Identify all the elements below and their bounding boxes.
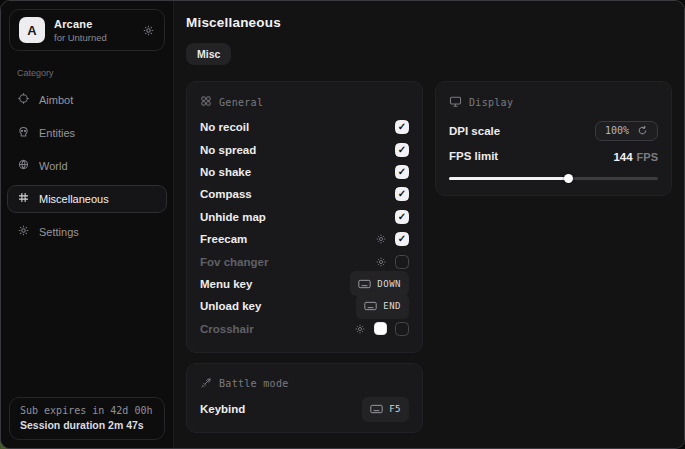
keyboard-icon [364,297,377,315]
main-content: Miscellaneous Misc General No recoil [174,1,684,448]
sidebar-item-entities[interactable]: Entities [7,119,167,147]
setting-label: No shake [200,166,251,178]
setting-row-freecam: Freecam [200,228,409,250]
display-card-title: Display [469,97,513,108]
battle-mode-card-header: Battle mode [200,377,409,391]
page-title: Miscellaneous [186,15,672,30]
setting-label: No spread [200,144,256,156]
setting-row-fps-limit: FPS limit 144FPS [449,144,658,168]
sidebar-item-settings[interactable]: Settings [7,218,167,246]
refresh-icon[interactable] [637,125,648,136]
setting-row-no-shake: No shake [200,161,409,183]
category-label: Category [17,68,173,78]
fov-changer-controls [375,255,409,269]
session-duration-text: Session duration 2m 47s [20,419,154,431]
no-shake-checkbox[interactable] [395,165,409,179]
setting-label: Compass [200,188,252,200]
setting-row-menu-key: Menu key DOWN [200,273,409,295]
fps-slider-thumb[interactable] [564,174,573,183]
setting-label: Unload key [200,300,261,312]
gear-icon [17,224,30,239]
setting-label: FPS limit [449,150,498,162]
freecam-gear-icon[interactable] [375,233,387,245]
freecam-controls [375,232,409,246]
unload-key-binding[interactable]: END [356,294,409,319]
monitor-icon [449,95,462,110]
crosshair-checkbox[interactable] [395,322,409,336]
crosshair-gear-icon[interactable] [354,323,366,335]
sidebar-item-world[interactable]: World [7,152,167,180]
subscription-info: Sub expires in 42d 00h Session duration … [9,397,165,440]
fps-unit: FPS [637,151,658,163]
setting-row-unload-key: Unload key END [200,295,409,317]
app-header: A Arcane for Unturned [9,9,165,51]
crosshair-icon [17,92,30,107]
battle-keybind-value: F5 [389,404,401,414]
sidebar-item-miscellaneous[interactable]: Miscellaneous [7,185,167,213]
menu-key-binding[interactable]: DOWN [350,271,409,296]
sidebar: A Arcane for Unturned Category Aimbot En… [1,1,174,448]
general-card: General No recoil No spread No shake [186,81,423,353]
fps-limit-slider[interactable] [449,173,658,183]
crosshair-color-swatch[interactable] [374,322,387,335]
app-window: A Arcane for Unturned Category Aimbot En… [0,0,685,449]
general-card-header: General [200,95,409,109]
setting-row-no-recoil: No recoil [200,116,409,138]
content-columns: General No recoil No spread No shake [186,81,672,433]
setting-label: No recoil [200,121,249,133]
dpi-scale-value: 100% [605,125,629,136]
setting-label: DPI scale [449,125,500,137]
battle-keybind-binding[interactable]: F5 [362,397,409,422]
no-spread-checkbox[interactable] [395,143,409,157]
app-name: Arcane [54,18,107,30]
display-card: Display DPI scale 100% FPS limit 144FPS [435,81,672,196]
setting-row-keybind: Keybind F5 [200,398,409,420]
setting-row-crosshair: Crosshair [200,318,409,340]
sidebar-item-label: Miscellaneous [39,193,109,205]
setting-label: Freecam [200,233,247,245]
sidebar-nav: Aimbot Entities World Miscellaneous Sett… [1,83,173,248]
crosshair-controls [354,322,409,336]
sub-expires-text: Sub expires in 42d 00h [20,405,154,416]
general-grid-icon [200,95,212,109]
no-recoil-checkbox[interactable] [395,120,409,134]
display-card-header: Display [449,95,658,110]
right-column: Display DPI scale 100% FPS limit 144FPS [435,81,672,196]
globe-icon [17,158,30,173]
fps-slider-fill [449,177,568,180]
setting-label: Crosshair [200,323,254,335]
setting-label: Keybind [200,403,245,415]
compass-checkbox[interactable] [395,187,409,201]
battle-mode-card: Battle mode Keybind F5 [186,363,423,433]
unload-key-value: END [383,301,401,311]
setting-label: Menu key [200,278,252,290]
fps-number: 144 [613,151,632,163]
setting-row-dpi-scale: DPI scale 100% [449,117,658,144]
setting-row-fov-changer: Fov changer [200,250,409,272]
sidebar-item-label: World [39,160,68,172]
fov-changer-checkbox[interactable] [395,255,409,269]
keyboard-icon [370,400,383,418]
skull-icon [17,125,30,140]
keyboard-icon [358,275,371,293]
fov-changer-gear-icon[interactable] [375,256,387,268]
setting-row-unhide-map: Unhide map [200,206,409,228]
setting-row-no-spread: No spread [200,138,409,160]
grid-icon [17,191,30,206]
freecam-checkbox[interactable] [395,232,409,246]
tab-bar: Misc [186,43,672,65]
setting-label: Unhide map [200,211,266,223]
menu-key-value: DOWN [377,279,401,289]
fps-limit-value: 144FPS [613,147,658,165]
setting-label: Fov changer [200,256,268,268]
sidebar-item-label: Aimbot [39,94,73,106]
tab-misc[interactable]: Misc [186,43,231,65]
dpi-scale-control[interactable]: 100% [595,121,658,141]
sword-icon [200,377,212,391]
unhide-map-checkbox[interactable] [395,210,409,224]
battle-mode-card-title: Battle mode [219,378,289,389]
left-column: General No recoil No spread No shake [186,81,423,433]
sidebar-item-label: Settings [39,226,79,238]
header-gear-icon[interactable] [142,24,155,37]
sidebar-item-aimbot[interactable]: Aimbot [7,86,167,114]
